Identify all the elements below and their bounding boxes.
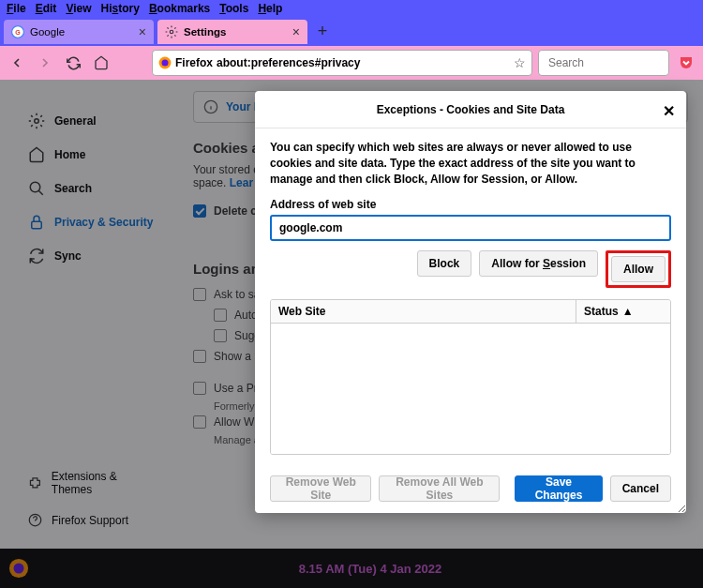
column-status[interactable]: Status ▲ — [576, 300, 670, 323]
allow-session-button[interactable]: Allow for Session — [479, 250, 598, 277]
allow-button[interactable]: Allow — [611, 256, 666, 282]
close-icon[interactable]: × — [292, 24, 300, 39]
menu-history[interactable]: History — [97, 0, 144, 17]
new-tab-button[interactable]: + — [311, 21, 334, 43]
menu-bookmarks[interactable]: Bookmarks — [144, 0, 215, 17]
search-bar[interactable] — [538, 50, 669, 76]
search-input[interactable] — [548, 56, 689, 69]
save-changes-button[interactable]: Save Changes — [515, 475, 602, 502]
firefox-icon: Firefox — [158, 56, 213, 69]
address-label: Address of web site — [270, 198, 671, 211]
remove-website-button[interactable]: Remove Web Site — [270, 475, 371, 502]
forward-button[interactable] — [34, 52, 56, 74]
back-button[interactable] — [6, 52, 28, 74]
close-icon[interactable]: ✕ — [663, 102, 675, 120]
dialog-description: You can specify which web sites are alwa… — [270, 140, 671, 187]
dialog-action-row: Block Allow for Session Allow — [270, 250, 671, 288]
menu-tools[interactable]: Tools — [215, 0, 253, 17]
exceptions-table: Web Site Status ▲ — [270, 299, 671, 455]
tab-title: Settings — [184, 26, 287, 38]
column-website[interactable]: Web Site — [271, 300, 576, 323]
url-bar[interactable]: Firefox ☆ — [152, 50, 532, 76]
menu-file[interactable]: File — [2, 0, 31, 17]
cancel-button[interactable]: Cancel — [610, 475, 671, 502]
home-button[interactable] — [90, 52, 112, 74]
bookmark-star-icon[interactable]: ☆ — [514, 55, 526, 70]
tab-google[interactable]: G Google × — [4, 20, 154, 44]
highlight-annotation: Allow — [606, 250, 671, 288]
pocket-button[interactable] — [675, 52, 697, 74]
tab-settings[interactable]: Settings × — [157, 20, 307, 44]
remove-all-button[interactable]: Remove All Web Sites — [379, 475, 500, 502]
block-button[interactable]: Block — [417, 250, 472, 277]
tab-title: Google — [30, 26, 133, 38]
dialog-footer: Remove Web Site Remove All Web Sites Sav… — [255, 466, 686, 513]
menu-view[interactable]: View — [61, 0, 96, 17]
table-body — [271, 324, 670, 454]
sort-asc-icon: ▲ — [622, 305, 634, 318]
svg-text:G: G — [15, 28, 21, 35]
google-icon: G — [11, 25, 24, 38]
close-icon[interactable]: × — [139, 24, 146, 39]
table-header-row: Web Site Status ▲ — [271, 300, 670, 324]
tab-strip: G Google × Settings × + — [0, 17, 703, 46]
menu-help[interactable]: Help — [253, 0, 287, 17]
dialog-body: You can specify which web sites are alwa… — [255, 128, 686, 466]
url-input[interactable] — [217, 56, 510, 69]
app-menubar: File Edit View History Bookmarks Tools H… — [0, 0, 703, 17]
svg-point-4 — [162, 60, 169, 67]
dialog-title: Exceptions - Cookies and Site Data — [377, 103, 565, 116]
menu-edit[interactable]: Edit — [31, 0, 62, 17]
reload-button[interactable] — [62, 52, 84, 74]
svg-point-2 — [170, 30, 173, 34]
gear-icon — [165, 25, 178, 38]
address-input[interactable] — [270, 215, 671, 241]
toolbar: Firefox ☆ — [0, 46, 703, 80]
dialog-title-bar: Exceptions - Cookies and Site Data ✕ — [255, 91, 686, 128]
exceptions-dialog: Exceptions - Cookies and Site Data ✕ You… — [255, 91, 686, 513]
